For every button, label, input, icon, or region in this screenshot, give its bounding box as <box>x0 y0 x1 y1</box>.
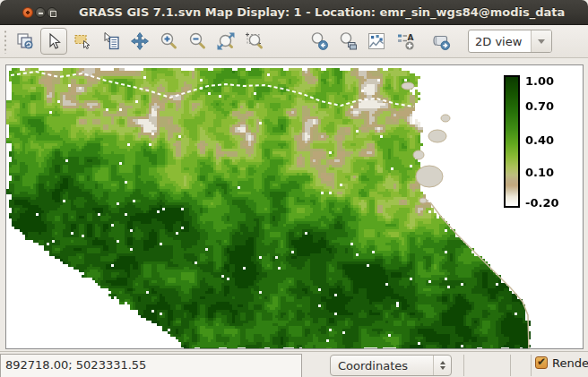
chevron-down-icon <box>538 39 545 44</box>
analyze-icon <box>367 31 386 51</box>
render-checkbox[interactable] <box>535 356 548 369</box>
statusbar-separator <box>463 355 464 376</box>
pan-button[interactable] <box>126 28 153 55</box>
spinner-up-icon <box>440 361 445 364</box>
toolbar-spacer <box>419 41 427 42</box>
view-mode-dropdown[interactable]: 2D view <box>468 30 552 53</box>
legend-label: -0.20 <box>525 196 568 210</box>
zoom-extent-icon <box>216 31 236 51</box>
statusbar: 892718.00; 5023331.55 Coordinates Render <box>0 351 588 377</box>
add-overlay-icon: A <box>395 31 415 51</box>
statusbar-separator <box>510 355 511 376</box>
legend-label: 1.00 <box>525 74 568 88</box>
maximize-button[interactable] <box>47 7 57 18</box>
pointer-button[interactable] <box>40 28 67 55</box>
minimize-button[interactable] <box>35 7 46 18</box>
map-display-area[interactable] <box>5 64 584 349</box>
map-toolbar: A 2D view <box>0 25 588 58</box>
raster-legend-colorbar[interactable] <box>504 75 520 208</box>
pan-icon <box>130 31 150 51</box>
render-display-icon <box>15 31 35 51</box>
query-icon <box>101 31 121 51</box>
map-display-window: GRASS GIS 7.1.svn Map Display: 1 - Locat… <box>0 0 588 377</box>
legend-label: 0.70 <box>525 99 568 113</box>
select-icon <box>73 31 92 51</box>
toolbar-gripper[interactable] <box>2 29 11 54</box>
close-button[interactable] <box>22 7 33 18</box>
statusbar-separator <box>531 355 532 376</box>
legend-label: 0.40 <box>525 133 568 147</box>
pointer-icon <box>44 31 64 51</box>
toolbar-spacer <box>269 41 305 42</box>
zoom-out-button[interactable] <box>184 28 211 55</box>
save-display-button[interactable] <box>428 28 454 55</box>
render-checkbox-label: Render <box>552 356 588 370</box>
view-mode-value: 2D view <box>469 35 531 48</box>
svg-text:A: A <box>408 33 414 42</box>
spinner-down-icon <box>440 366 445 370</box>
statusbar-mode-selector[interactable]: Coordinates <box>330 355 452 376</box>
zoom-back-icon <box>309 31 329 51</box>
coordinate-display: 892718.00; 5023331.55 <box>0 354 302 377</box>
zoom-region-button[interactable] <box>241 28 268 55</box>
window-title: GRASS GIS 7.1.svn Map Display: 1 - Locat… <box>79 0 565 25</box>
zoom-to-map-icon <box>338 31 358 51</box>
titlebar[interactable]: GRASS GIS 7.1.svn Map Display: 1 - Locat… <box>0 0 588 25</box>
select-button[interactable] <box>69 28 96 55</box>
zoom-in-button[interactable] <box>155 28 182 55</box>
statusbar-mode-value: Coordinates <box>331 359 433 373</box>
save-display-icon <box>431 31 451 51</box>
view-mode-dropdown-button[interactable] <box>531 30 551 52</box>
zoom-in-icon <box>159 31 178 51</box>
map-canvas[interactable] <box>6 65 583 348</box>
legend-label: 0.10 <box>525 166 568 179</box>
query-button[interactable] <box>98 28 125 55</box>
zoom-region-icon <box>245 31 264 51</box>
render-display-button[interactable] <box>12 28 39 55</box>
zoom-to-map-button[interactable] <box>334 28 361 55</box>
analyze-button[interactable] <box>363 28 390 55</box>
spinner-buttons[interactable] <box>433 356 451 375</box>
zoom-back-button[interactable] <box>306 28 333 55</box>
zoom-out-icon <box>187 31 207 51</box>
zoom-extent-button[interactable] <box>212 28 239 55</box>
add-overlay-button[interactable]: A <box>392 28 419 55</box>
